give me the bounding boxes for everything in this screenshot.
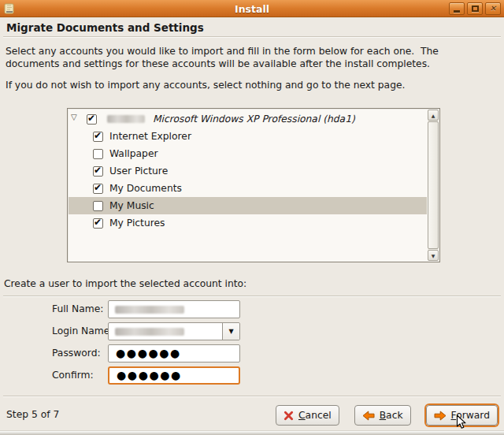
tree-item-label: User Picture: [109, 165, 168, 177]
combo-dropdown-button[interactable]: ▼: [222, 323, 239, 340]
form-separator: [3, 296, 501, 297]
tree-row-internet-explorer[interactable]: ✔Internet Explorer: [69, 128, 427, 145]
tree-row-microsoft-windows-xp-professional-hda1[interactable]: ▽✔Microsoft Windows XP Professional (hda…: [69, 110, 427, 128]
scrollbar-thumb[interactable]: [428, 121, 439, 249]
tree-row-my-pictures[interactable]: ✔My Pictures: [69, 214, 427, 232]
check-icon: ✔: [94, 182, 102, 193]
redacted-username: [107, 115, 145, 123]
back-button[interactable]: Back: [354, 405, 411, 426]
checkbox-microsoft-windows-xp-professional-hda1[interactable]: ✔: [87, 114, 97, 125]
checkbox-my-documents[interactable]: ✔: [93, 184, 103, 194]
expander-open-icon[interactable]: ▽: [71, 113, 77, 121]
window-title: Install: [0, 3, 504, 15]
minimize-button[interactable]: [449, 2, 465, 15]
check-icon: ✔: [94, 217, 102, 228]
close-button[interactable]: ✕: [485, 2, 501, 15]
tree-item-label: Internet Explorer: [109, 131, 191, 142]
tree-item-label: Microsoft Windows XP Professional (hda1): [153, 113, 355, 125]
install-window: { "window": { "title": "Install" }, "pag…: [0, 0, 504, 435]
accounts-tree[interactable]: ▽✔Microsoft Windows XP Professional (hda…: [67, 108, 440, 262]
scrollbar-down-button[interactable]: ▼: [428, 250, 439, 261]
checkbox-internet-explorer[interactable]: ✔: [93, 132, 103, 142]
button-label: Back: [380, 410, 403, 421]
cancel-x-icon: [284, 411, 294, 421]
password-dots: ●●●●●●: [109, 345, 239, 361]
page-title: Migrate Documents and Settings: [6, 21, 204, 34]
tree-scrollbar[interactable]: ▲ ▼: [428, 110, 439, 261]
note-text: If you do not wish to import any account…: [6, 80, 478, 92]
form-row-password: Password:●●●●●●: [0, 344, 504, 362]
check-icon: ✔: [87, 113, 95, 124]
tree-item-label: My Documents: [109, 183, 182, 194]
scrollbar-up-button[interactable]: ▲: [428, 110, 439, 121]
password-field[interactable]: ●●●●●●: [108, 344, 240, 362]
footer-separator: [3, 396, 501, 397]
tree-row-user-picture[interactable]: ✔User Picture: [69, 162, 427, 180]
cancel-button[interactable]: Cancel: [276, 405, 339, 426]
create-user-label: Create a user to import the selected acc…: [4, 278, 246, 289]
redacted-value: [115, 306, 184, 314]
arrow-right-icon: [434, 411, 447, 421]
titlebar[interactable]: Install ✕: [0, 0, 504, 17]
password-dots: ●●●●●●: [109, 368, 239, 382]
window-bottom-edge: [0, 430, 504, 435]
minimize-icon: [454, 10, 460, 13]
heading-separator: [3, 36, 501, 38]
checkbox-my-music[interactable]: [93, 201, 103, 211]
button-label: Cancel: [298, 410, 332, 421]
arrow-left-icon: [362, 411, 375, 421]
confirm-field[interactable]: ●●●●●●: [108, 366, 240, 385]
form-row-login-name: Login Name:▼: [0, 322, 504, 340]
checkbox-user-picture[interactable]: ✔: [93, 166, 103, 177]
tree-rows: ▽✔Microsoft Windows XP Professional (hda…: [69, 110, 427, 232]
intro-text: Select any accounts you would like to im…: [6, 46, 478, 70]
form-row-full-name: Full Name:: [0, 300, 504, 318]
tree-row-wallpaper[interactable]: Wallpaper: [69, 145, 427, 162]
tree-row-my-documents[interactable]: ✔My Documents: [69, 180, 427, 197]
login-name-field[interactable]: ▼: [108, 322, 240, 340]
full-name-label: Full Name:: [52, 300, 103, 318]
maximize-button[interactable]: [467, 2, 483, 15]
tree-item-label: My Pictures: [109, 217, 165, 229]
maximize-icon: [472, 6, 479, 12]
tree-row-my-music[interactable]: My Music: [69, 197, 427, 214]
checkbox-wallpaper[interactable]: [93, 149, 103, 159]
password-label: Password:: [52, 344, 101, 362]
check-icon: ✔: [94, 130, 102, 141]
user-form: Full Name:Login Name:▼Password:●●●●●●Con…: [0, 300, 504, 389]
full-name-field[interactable]: [108, 300, 240, 318]
redacted-value: [115, 328, 184, 336]
login-name-label: Login Name:: [52, 322, 113, 340]
step-indicator: Step 5 of 7: [6, 409, 59, 420]
check-icon: ✔: [94, 165, 102, 176]
tree-item-label: Wallpaper: [109, 148, 158, 159]
confirm-label: Confirm:: [52, 366, 94, 385]
tree-item-label: My Music: [109, 200, 154, 211]
close-icon: ✕: [490, 5, 496, 13]
window-controls: ✕: [449, 2, 501, 15]
form-row-confirm: Confirm:●●●●●●: [0, 366, 504, 385]
checkbox-my-pictures[interactable]: ✔: [93, 218, 103, 229]
mouse-cursor: [456, 415, 467, 433]
